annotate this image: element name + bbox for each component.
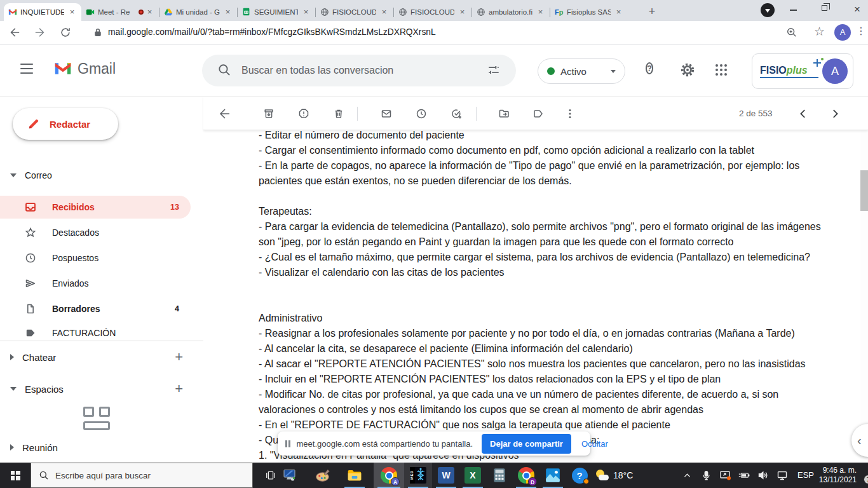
sidebar-item-destacados[interactable]: Destacados — [0, 221, 191, 244]
new-chat-icon[interactable]: + — [175, 349, 183, 365]
search-bar[interactable]: Buscar en todas las conversacion — [202, 55, 516, 86]
hide-banner-link[interactable]: Ocultar — [581, 439, 608, 449]
sidebar-item-recibidos[interactable]: Recibidos 13 — [0, 196, 191, 219]
network-icon[interactable] — [773, 463, 792, 488]
browser-tab-fisiocloud-2[interactable]: FISIOCLOUD V × — [394, 3, 471, 21]
new-tab-button[interactable]: + — [644, 4, 660, 20]
main-menu-icon[interactable] — [20, 64, 33, 74]
lock-icon[interactable] — [93, 27, 103, 37]
forward-icon[interactable] — [34, 27, 46, 38]
globe-favicon — [398, 8, 407, 17]
taskbar-app-help[interactable]: ? — [566, 463, 593, 488]
browser-tab-sheets[interactable]: SEGUIMIENTO × — [238, 3, 315, 21]
new-space-icon[interactable]: + — [175, 381, 183, 397]
window-restore-button[interactable] — [822, 5, 827, 11]
tab-close-icon[interactable]: × — [614, 8, 623, 17]
weather-icon — [596, 470, 609, 481]
snooze-icon[interactable] — [409, 101, 434, 126]
settings-gear-icon[interactable] — [680, 62, 696, 79]
stop-sharing-button[interactable]: Dejar de compartir — [482, 434, 571, 454]
browser-tab-fisiocloud-1[interactable]: FISIOCLOUD × — [316, 3, 393, 21]
volume-icon[interactable] — [754, 463, 773, 488]
window-close-button[interactable]: × — [849, 1, 865, 18]
browser-tab-fisioplus[interactable]: Fp Fisioplus SAS × — [550, 3, 628, 21]
tab-close-icon[interactable]: × — [458, 8, 467, 17]
tab-close-icon[interactable]: × — [223, 8, 233, 17]
scrollbar-track[interactable] — [860, 97, 868, 463]
meet-panel-expand-button[interactable]: ‹ — [851, 424, 868, 457]
labels-icon[interactable] — [526, 101, 551, 126]
tab-close-icon[interactable]: × — [536, 8, 545, 17]
reload-icon[interactable] — [60, 27, 71, 38]
window-minimize-button[interactable] — [790, 10, 797, 11]
help-icon[interactable]: ? — [646, 62, 662, 79]
unread-count: 13 — [170, 203, 179, 212]
email-body-line: - Para cargar la evidencia de telemedici… — [259, 219, 821, 234]
sidebar-section-reunion[interactable]: Reunión — [0, 437, 203, 458]
chat-status-selector[interactable]: Activo — [538, 58, 625, 84]
tab-title: Mi unidad - G — [176, 8, 220, 16]
taskbar-app-chrome-profile-a[interactable]: A — [374, 463, 404, 488]
taskbar-app-chrome-profile-d[interactable]: D — [512, 463, 540, 488]
browser-tab-meet[interactable]: Meet - Re × — [81, 3, 159, 21]
taskbar-clock[interactable]: 9:46 a. m. 13/11/2021 — [816, 466, 857, 485]
newer-email-icon[interactable] — [790, 101, 816, 126]
taskbar-app-explorer[interactable] — [341, 463, 369, 488]
taskbar-weather-widget[interactable]: 18°C — [596, 463, 633, 488]
add-to-tasks-icon[interactable] — [444, 101, 469, 126]
older-email-icon[interactable] — [822, 101, 848, 126]
account-avatar[interactable]: A — [822, 58, 848, 84]
sidebar-item-pospuestos[interactable]: Pospuestos — [0, 247, 191, 269]
taskbar-app-excel[interactable]: X — [459, 463, 487, 488]
browser-menu-icon[interactable]: ⋮ — [856, 25, 866, 37]
taskbar-app-med-software[interactable]: MED — [404, 463, 432, 488]
archive-icon[interactable] — [256, 101, 281, 126]
battery-icon[interactable] — [735, 463, 754, 488]
taskbar-app-photos[interactable] — [539, 463, 567, 488]
taskbar-app-remote-desktop[interactable] — [276, 463, 304, 488]
sidebar-item-label: Recibidos — [52, 202, 95, 212]
chrome-icon: D — [518, 467, 534, 484]
move-to-folder-icon[interactable] — [491, 101, 517, 126]
notification-center-button[interactable]: 7 — [857, 468, 868, 480]
delete-icon[interactable] — [326, 101, 351, 126]
gmail-logo[interactable]: Gmail — [53, 60, 116, 78]
compose-button[interactable]: Redactar — [13, 108, 118, 140]
tray-overflow-icon[interactable] — [677, 463, 696, 488]
taskbar-app-calculator[interactable] — [485, 463, 513, 488]
taskbar-app-word[interactable]: W — [432, 463, 460, 488]
sidebar-section-correo[interactable]: Correo — [0, 166, 203, 184]
zoom-icon[interactable] — [786, 27, 797, 38]
tab-close-icon[interactable]: × — [67, 8, 77, 17]
sidebar-section-chatear[interactable]: Chatear + — [0, 347, 203, 367]
microphone-icon[interactable] — [696, 463, 715, 488]
screen-share-icon[interactable] — [715, 463, 735, 488]
tab-close-icon[interactable]: × — [145, 8, 154, 17]
tab-close-icon[interactable]: × — [301, 8, 311, 17]
back-to-inbox-icon[interactable] — [212, 101, 237, 126]
browser-tab-drive[interactable]: Mi unidad - G × — [159, 3, 237, 21]
mark-unread-icon[interactable] — [374, 101, 399, 126]
notification-count-badge: 7 — [864, 475, 868, 484]
url-text[interactable]: mail.google.com/mail/u/0/?tab=rm#inbox/F… — [108, 21, 436, 44]
browser-tab-ambulatorio[interactable]: ambulatorio.fi × — [472, 3, 550, 21]
browser-update-icon[interactable] — [761, 3, 775, 17]
language-indicator[interactable]: ESP — [793, 463, 818, 488]
sidebar-section-espacios[interactable]: Espacios + — [0, 379, 203, 399]
sidebar-item-enviados[interactable]: Enviados — [0, 272, 191, 295]
start-button[interactable] — [0, 463, 31, 488]
search-icon[interactable] — [217, 63, 231, 77]
scrollbar-thumb[interactable] — [860, 170, 868, 211]
back-icon[interactable] — [9, 27, 20, 38]
taskbar-search-box[interactable]: Escribe aquí para buscar — [31, 463, 253, 488]
more-options-icon[interactable] — [557, 101, 583, 126]
sidebar-item-borradores[interactable]: Borradores 4 — [0, 297, 191, 320]
search-options-icon[interactable] — [487, 63, 501, 77]
browser-avatar[interactable]: A — [834, 24, 851, 41]
bookmark-star-icon[interactable]: ☆ — [814, 24, 825, 39]
taskbar-app-paint[interactable] — [309, 463, 337, 488]
tab-close-icon[interactable]: × — [379, 8, 389, 17]
google-apps-grid-icon[interactable] — [715, 62, 732, 79]
browser-tab-inquietudes[interactable]: INQUIETUDES × — [4, 3, 81, 21]
report-spam-icon[interactable] — [291, 101, 316, 126]
